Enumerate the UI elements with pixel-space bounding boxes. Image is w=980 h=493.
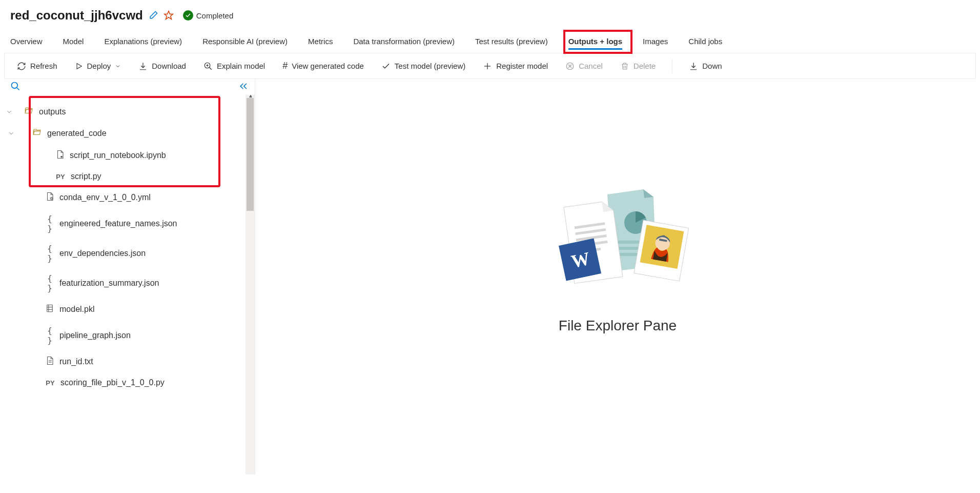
tree-item-label: run_id.txt [59,357,93,366]
svg-marker-1 [77,63,81,69]
tree-item-label: generated_code [47,129,107,138]
json-file-icon: { } [45,273,54,293]
folder-open-icon [24,106,34,117]
tab-responsible-ai[interactable]: Responsible AI (preview) [202,33,288,53]
sidebar: outputs generated_code script_run_notebo… [0,79,255,475]
file-explorer-illustration: W [536,184,700,297]
magnify-plus-icon [203,62,213,71]
tree-item-label: model.pkl [59,305,94,314]
chevron-down-icon [115,63,121,69]
download-button[interactable]: Download [136,58,188,74]
notebook-file-icon [55,149,65,162]
tree-file-conda-env[interactable]: conda_env_v_1_0_0.yml [0,186,255,209]
chevron-down-icon [8,130,15,137]
tree-file-model-pkl[interactable]: model.pkl [0,298,255,321]
tab-overview[interactable]: Overview [10,33,43,53]
tree-item-label: script.py [71,172,101,181]
tree-item-label: env_dependencies.json [59,249,146,258]
content-area: outputs generated_code script_run_notebo… [0,79,980,475]
tab-outputs-logs[interactable]: Outputs + logs [568,33,622,53]
tree-item-label: pipeline_graph.json [59,331,131,340]
tab-data-transformation[interactable]: Data transformation (preview) [353,33,455,53]
tree-file-env-deps[interactable]: { } env_dependencies.json [0,239,255,268]
yml-file-icon [45,191,54,204]
view-generated-code-button[interactable]: # View generated code [280,57,366,74]
tree-item-label: scoring_file_pbi_v_1_0_0.py [60,378,165,387]
explain-model-button[interactable]: Explain model [201,58,267,74]
folder-open-icon [32,128,42,139]
check-circle-icon [183,10,193,21]
cancel-circle-icon [565,62,575,71]
tree-file-run-id[interactable]: run_id.txt [0,350,255,373]
scrollbar-thumb[interactable] [247,98,254,211]
refresh-icon [17,62,26,71]
deploy-button[interactable]: Deploy [73,58,124,73]
tab-child-jobs[interactable]: Child jobs [688,33,722,53]
tab-explanations[interactable]: Explanations (preview) [104,33,182,53]
svg-line-3 [209,67,212,70]
main-pane: W File Explorer Pane [255,79,980,475]
hash-icon: # [282,61,288,71]
tab-metrics[interactable]: Metrics [308,33,333,53]
svg-point-11 [12,83,18,89]
python-file-icon: PY [55,173,66,181]
toolbar: Refresh Deploy Download Explain model # … [4,53,976,79]
python-file-icon: PY [45,379,55,387]
svg-marker-22 [643,189,654,198]
status-badge: Completed [183,10,234,21]
tree-item-label: engineered_feature_names.json [59,219,177,228]
download-icon [689,62,698,71]
tree-item-label: script_run_notebook.ipynb [70,151,166,160]
json-file-icon: { } [45,214,54,233]
chevron-down-icon [6,108,13,115]
svg-rect-15 [47,305,53,312]
cancel-button: Cancel [563,58,605,74]
tab-test-results[interactable]: Test results (preview) [475,33,548,53]
register-model-button[interactable]: Register model [481,58,550,74]
play-icon [75,62,83,70]
edit-icon[interactable] [148,10,158,21]
delete-button: Delete [618,58,658,74]
svg-rect-26 [618,253,638,256]
collapse-panel-icon[interactable] [238,81,249,93]
tab-images[interactable]: Images [643,33,668,53]
json-file-icon: { } [45,244,54,263]
json-file-icon: { } [45,326,54,345]
tab-model[interactable]: Model [63,33,84,53]
test-model-button[interactable]: Test model (preview) [379,58,467,74]
tree-file-notebook[interactable]: script_run_notebook.ipynb [0,144,255,167]
tree-folder-generated-code[interactable]: generated_code [0,123,255,144]
tree-item-label: outputs [39,107,66,116]
tree-file-featurization-summary[interactable]: { } featurization_summary.json [0,268,255,298]
tree-file-engineered-features[interactable]: { } engineered_feature_names.json [0,209,255,239]
toolbar-separator [672,59,672,73]
download-icon [138,62,148,71]
search-icon[interactable] [10,81,21,93]
tree-file-script-py[interactable]: PY script.py [0,167,255,186]
page-header: red_coconut_jjh6vcwd Completed [0,0,980,28]
tree-folder-outputs[interactable]: outputs [0,101,255,123]
svg-marker-0 [164,11,173,19]
page-title: red_coconut_jjh6vcwd [10,8,143,23]
tree-item-label: conda_env_v_1_0_0.yml [59,193,151,202]
scrollbar-track[interactable]: ▲ [246,95,255,475]
file-tree[interactable]: outputs generated_code script_run_notebo… [0,95,255,475]
tab-bar: Overview Model Explanations (preview) Re… [0,28,980,53]
sidebar-top-bar [0,79,255,95]
refresh-button[interactable]: Refresh [15,58,59,74]
svg-point-13 [60,156,63,158]
tree-file-pipeline-graph[interactable]: { } pipeline_graph.json [0,321,255,350]
plus-icon [483,62,492,71]
trash-icon [620,62,629,71]
tree-file-scoring-file[interactable]: PY scoring_file_pbi_v_1_0_0.py [0,373,255,392]
pkl-file-icon [45,303,54,315]
txt-file-icon [45,356,54,368]
favorite-star-icon[interactable] [164,10,174,21]
svg-line-12 [17,88,19,90]
download-all-button[interactable]: Down [687,58,724,74]
check-icon [381,62,391,71]
status-text: Completed [196,11,234,20]
tree-item-label: featurization_summary.json [59,279,159,288]
main-pane-title: File Explorer Pane [559,318,677,334]
